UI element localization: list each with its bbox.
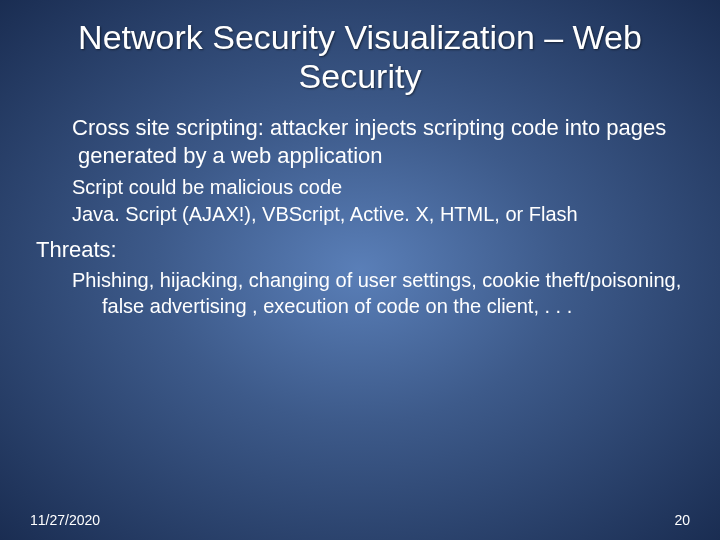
footer-date: 11/27/2020 [30,512,100,528]
paragraph-xss: Cross site scripting: attacker injects s… [30,114,690,169]
slide-footer: 11/27/2020 20 [30,512,690,528]
threats-list: Phishing, hijacking, changing of user se… [30,267,690,319]
sub-malicious: Script could be malicious code [30,175,690,200]
threats-heading: Threats: [30,237,690,263]
footer-page-number: 20 [674,512,690,528]
sub-languages: Java. Script (AJAX!), VBScript, Active. … [30,202,690,227]
slide: Network Security Visualization – Web Sec… [0,0,720,540]
slide-title: Network Security Visualization – Web Sec… [30,18,690,96]
